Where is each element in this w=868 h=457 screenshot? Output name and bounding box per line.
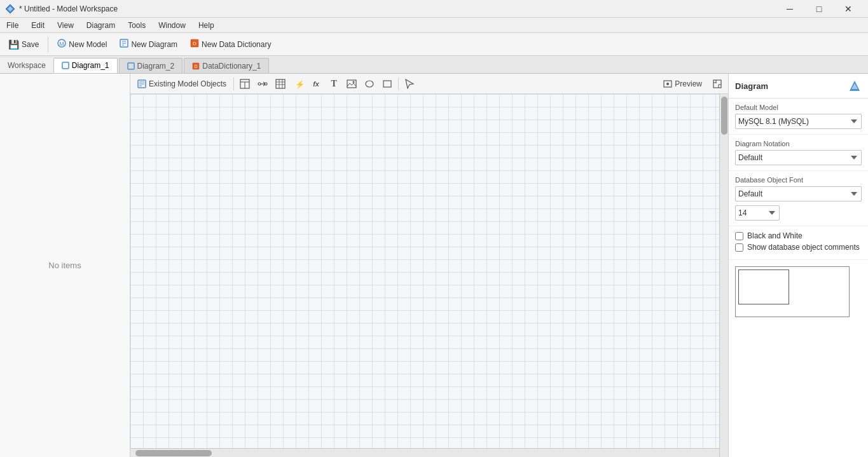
toolbar: 💾 Save M New Model New Diagram D (0, 33, 868, 56)
canvas-main (130, 94, 728, 457)
maximize-button[interactable]: □ (804, 0, 834, 18)
svg-text:M: M (60, 41, 65, 47)
grid-table-tool[interactable] (272, 76, 289, 92)
show-comments-label: Show database object comments (747, 243, 860, 252)
default-model-section: Default Model MySQL 8.1 (MySQL) MySQL 5.… (729, 99, 868, 135)
diagram-notation-select[interactable]: Default IDEF1X Crow's Foot (735, 150, 862, 165)
canvas-inner (130, 94, 719, 457)
svg-text:⚡: ⚡ (295, 79, 303, 89)
titlebar: * Untitled - Model Workspace ─ □ ✕ (0, 0, 868, 18)
image-tool[interactable] (343, 76, 360, 92)
right-panel-title: Diagram (735, 81, 768, 91)
minimize-button[interactable]: ─ (775, 0, 804, 18)
canvas-toolbar-sep2 (398, 78, 399, 90)
horizontal-scrollbar[interactable] (130, 448, 719, 457)
no-items-label: No items (48, 261, 81, 270)
black-and-white-label: Black and White (747, 231, 803, 240)
svg-rect-30 (347, 80, 356, 88)
preview-button[interactable]: Preview (659, 77, 706, 91)
menu-help[interactable]: Help (192, 18, 221, 33)
save-icon: 💾 (8, 39, 19, 50)
expand-button[interactable] (709, 76, 726, 92)
tabbar: Workspace Diagram_1 Diagram_2 D DataDict… (0, 56, 868, 74)
save-button[interactable]: 💾 Save (3, 37, 45, 52)
close-button[interactable]: ✕ (834, 0, 863, 18)
titlebar-controls: ─ □ ✕ (775, 0, 863, 18)
app-icon (5, 4, 15, 14)
svg-rect-24 (276, 79, 285, 88)
preview-label: Preview (675, 79, 702, 88)
tab-diagram2-label: Diagram_2 (137, 62, 175, 71)
rectangle-tool[interactable] (379, 76, 396, 92)
vertical-scrollbar[interactable] (719, 94, 728, 457)
database-object-font-label: Database Object Font (735, 176, 862, 184)
menu-edit[interactable]: Edit (25, 18, 51, 33)
svg-marker-34 (406, 79, 413, 88)
font-size-select[interactable]: 8 9 10 11 12 14 16 18 20 24 (735, 205, 780, 221)
svg-point-21 (258, 83, 261, 85)
h-scroll-thumb[interactable] (135, 450, 212, 456)
diagram-notation-section: Diagram Notation Default IDEF1X Crow's F… (729, 135, 868, 171)
datadict1-icon: D (192, 62, 200, 70)
titlebar-left: * Untitled - Model Workspace (5, 4, 118, 14)
new-data-dictionary-button[interactable]: D New Data Dictionary (184, 36, 277, 52)
panel-icon-button[interactable] (848, 79, 862, 93)
preview-icon (663, 79, 672, 88)
tab-diagram2[interactable]: Diagram_2 (119, 58, 183, 73)
function-tool[interactable]: ⚡ (290, 76, 307, 92)
text-tool[interactable]: T (326, 76, 342, 92)
tab-diagram1[interactable]: Diagram_1 (53, 58, 118, 73)
existing-model-objects-icon (137, 79, 146, 88)
existing-model-objects-button[interactable]: Existing Model Objects (133, 77, 231, 91)
menu-tools[interactable]: Tools (121, 18, 152, 33)
canvas-area: Existing Model Objects (130, 74, 728, 457)
menu-diagram[interactable]: Diagram (80, 18, 121, 33)
v-scroll-thumb[interactable] (721, 97, 727, 135)
preview-thumbnail-inner (738, 269, 789, 304)
svg-rect-11 (128, 63, 134, 69)
black-and-white-row: Black and White (735, 231, 862, 240)
tab-diagram1-label: Diagram_1 (72, 61, 109, 70)
svg-text:D: D (193, 41, 196, 46)
new-model-button[interactable]: M New Model (52, 36, 113, 52)
menu-window[interactable]: Window (152, 18, 192, 33)
new-model-icon: M (57, 39, 66, 50)
svg-rect-37 (713, 80, 721, 88)
checkboxes-section: Black and White Show database object com… (729, 226, 868, 260)
oval-tool[interactable] (361, 76, 378, 92)
new-data-dictionary-label: New Data Dictionary (202, 40, 271, 49)
existing-model-objects-label: Existing Model Objects (149, 79, 226, 88)
expand-icon (713, 79, 722, 88)
menu-view[interactable]: View (51, 18, 80, 33)
table-tool[interactable] (237, 76, 253, 92)
default-model-select[interactable]: MySQL 8.1 (MySQL) MySQL 5.7 (MySQL) Post… (735, 114, 862, 129)
toolbar-separator-1 (48, 37, 48, 52)
workspace-tab[interactable]: Workspace (0, 58, 53, 73)
canvas-toolbar: Existing Model Objects (130, 74, 728, 94)
preview-area: Preview (659, 76, 726, 92)
database-object-font-select[interactable]: Default Arial Times New Roman Courier (735, 186, 862, 201)
right-panel-header: Diagram (729, 74, 868, 99)
menubar: File Edit View Diagram Tools Window Help (0, 18, 868, 33)
expression-tool[interactable]: fx (308, 76, 324, 92)
new-diagram-button[interactable]: New Diagram (114, 36, 183, 52)
relation-tool[interactable] (254, 76, 271, 92)
show-comments-checkbox[interactable] (735, 243, 743, 252)
canvas-toolbar-sep1 (233, 78, 234, 90)
new-diagram-label: New Diagram (131, 40, 177, 49)
save-label: Save (22, 40, 39, 49)
diagram-notation-label: Diagram Notation (735, 140, 862, 147)
svg-rect-10 (62, 62, 69, 69)
diagram2-icon (127, 62, 135, 70)
window-title: * Untitled - Model Workspace (19, 4, 118, 13)
main-content: No items Existing Model Objects (0, 74, 868, 457)
tab-datadict1[interactable]: D DataDictionary_1 (184, 58, 269, 73)
tab-datadict1-label: DataDictionary_1 (202, 62, 261, 71)
black-and-white-checkbox[interactable] (735, 232, 743, 240)
menu-file[interactable]: File (0, 18, 25, 33)
pointer-tool[interactable] (401, 76, 418, 92)
default-model-label: Default Model (735, 104, 862, 111)
diagram1-icon (62, 62, 69, 69)
show-comments-row: Show database object comments (735, 243, 862, 252)
diagram-canvas[interactable] (130, 94, 719, 448)
